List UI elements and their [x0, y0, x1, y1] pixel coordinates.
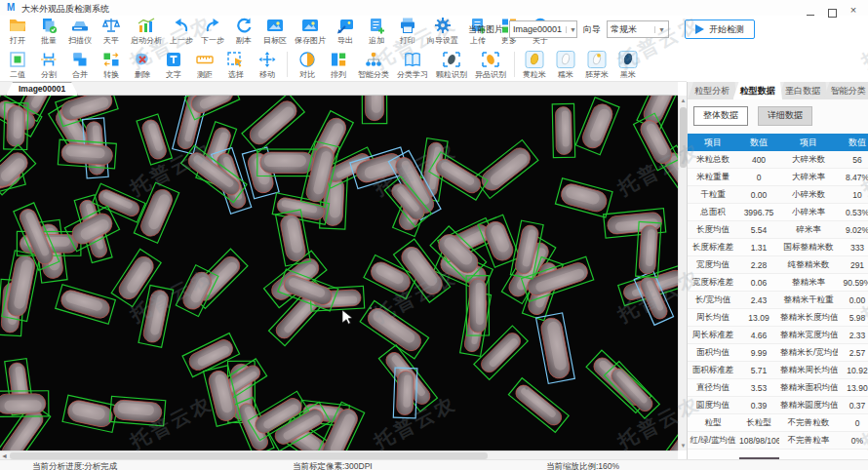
tool-label: 黄粒米: [523, 69, 546, 80]
table-cell: 小碎米数: [779, 186, 838, 204]
table-cell: 宽度均值: [688, 256, 738, 274]
table-cell: 0: [738, 169, 779, 186]
tool-next[interactable]: 下一步: [197, 16, 228, 47]
tool-contrast[interactable]: 对比: [292, 50, 323, 81]
table-cell: 291: [838, 256, 868, 274]
tool-convert[interactable]: 转换: [96, 50, 127, 81]
ricegerm-icon: [587, 51, 607, 68]
gear-icon: [433, 17, 453, 34]
toolbar-separator: [287, 52, 288, 77]
tool-merge[interactable]: 合并: [64, 50, 96, 81]
table-cell: 长粒型: [738, 414, 779, 432]
tool-scanner[interactable]: 扫描仪: [64, 16, 96, 47]
target-icon: [265, 17, 285, 34]
table-cell: 圆度均值: [688, 397, 738, 414]
start-detect-button[interactable]: 开始检测: [685, 20, 755, 39]
statusbar: 当前分析进度:分析完成 当前标定像素:300DPI 当前缩放比例:160%: [0, 459, 868, 470]
tool-smart[interactable]: 智能分类: [354, 50, 393, 81]
table-cell: 整精米面积均值: [779, 379, 838, 397]
watermark: 托普云农: [857, 10, 868, 75]
tool-export[interactable]: 导出: [330, 16, 361, 47]
tool-saveimg[interactable]: 保存图片: [291, 16, 330, 47]
table-cell: 3.53: [738, 379, 779, 397]
tool-open[interactable]: 打开: [2, 16, 33, 47]
table-row: 面积标准差5.71整精米周长均值10.92: [688, 362, 868, 379]
panel-tab-2[interactable]: 垩白数据: [778, 82, 828, 99]
tool-foreignrec[interactable]: 异品识别: [471, 50, 510, 81]
table-cell: 13.09: [738, 309, 779, 327]
tool-gear[interactable]: 向导设置: [423, 16, 462, 47]
table-header: 数值: [738, 134, 779, 151]
tool-move[interactable]: 移动: [252, 50, 283, 81]
tool-split[interactable]: 分割: [33, 50, 64, 81]
tool-measure[interactable]: 测距: [189, 50, 220, 81]
tool-label: 保存图片: [295, 35, 326, 46]
panel-buttons: 整体数据详细数据: [688, 99, 868, 132]
maximize-button[interactable]: [825, 4, 839, 16]
tool-select[interactable]: 选择: [220, 50, 252, 81]
tool-ricewhite[interactable]: 糯米: [550, 50, 581, 81]
image-tab[interactable]: Image00001: [6, 82, 78, 96]
analysis-icon: [137, 17, 156, 34]
table-cell: 大碎米率: [779, 169, 838, 186]
tool-riceyellow[interactable]: 黄粒米: [519, 50, 550, 81]
tool-prev[interactable]: 上一步: [166, 16, 197, 47]
status-progress: 当前分析进度:分析完成: [32, 461, 117, 470]
panel-button-1[interactable]: 详细数据: [758, 106, 812, 126]
tool-target[interactable]: 目标区: [259, 16, 291, 47]
tool-label: 选择: [228, 69, 244, 80]
table-row: 宽度均值2.28纯整精米数291: [688, 256, 868, 274]
panel-tab-3[interactable]: 智能分类: [824, 82, 868, 99]
table-cell: 周长均值: [688, 309, 738, 327]
wizard-select[interactable]: 常规米▼: [607, 20, 669, 38]
table-cell: 整精米率: [779, 274, 838, 292]
tool-label: 分类学习: [397, 69, 428, 80]
tool-print[interactable]: 打印: [392, 16, 423, 47]
panel-button-0[interactable]: 整体数据: [693, 106, 748, 126]
table-cell: 0.37: [838, 397, 868, 414]
move-icon: [257, 51, 277, 68]
tool-copy[interactable]: 副本: [228, 16, 259, 47]
table-cell: 2.33: [838, 327, 868, 344]
tool-batch[interactable]: 批量: [33, 16, 64, 47]
tool-arrange[interactable]: 排列: [323, 50, 354, 81]
tool-label: 批量: [41, 35, 57, 46]
table-row: 宽度标准差0.06整精米率90.59%: [688, 274, 868, 292]
tool-balance[interactable]: 天平: [96, 16, 127, 47]
merge-icon: [70, 51, 90, 68]
image-canvas[interactable]: [0, 96, 678, 450]
table-cell: 整精米圆度均值: [779, 397, 838, 414]
horizontal-scroll-thumb[interactable]: [10, 452, 488, 459]
vertical-scroll-thumb[interactable]: [680, 107, 687, 168]
riceyellow-icon: [525, 51, 544, 68]
tool-learn[interactable]: 分类学习: [393, 50, 432, 81]
panel-tab-1[interactable]: 粒型数据: [733, 82, 783, 99]
tool-label: 分割: [41, 69, 57, 80]
table-header: 数值: [838, 134, 868, 151]
panel-tab-0[interactable]: 粒型分析: [688, 82, 737, 99]
grainrec-icon: [442, 51, 461, 68]
tool-label: 下一步: [201, 35, 224, 46]
tool-analysis[interactable]: 启动分析: [127, 16, 166, 47]
minimize-button[interactable]: [804, 4, 817, 16]
riceblack-icon: [618, 51, 638, 68]
table-row: 红/绿/蓝均值108/98/106不完善粒率0%: [688, 432, 868, 450]
tool-binary[interactable]: 二值: [2, 50, 33, 81]
ricewhite-icon: [556, 51, 575, 68]
table-row: 总面积3996.75小碎米率0.53%: [688, 204, 868, 221]
tool-append[interactable]: 追加: [361, 16, 392, 47]
tool-ricegerm[interactable]: 胚芽米: [581, 50, 612, 81]
tool-riceblack[interactable]: 黑米: [612, 50, 644, 81]
close-button[interactable]: ×: [847, 4, 860, 16]
app-title: 大米外观品质检测系统: [21, 3, 109, 16]
select-icon: [226, 51, 246, 68]
table-cell: 总面积: [688, 204, 738, 221]
tool-grainrec[interactable]: 颗粒识别: [432, 50, 471, 81]
image-tabstrip: Image00001: [0, 82, 678, 96]
tool-text[interactable]: 文字: [158, 50, 189, 81]
tool-del[interactable]: 删除: [127, 50, 158, 81]
table-cell: 0.39: [738, 397, 779, 414]
table-cell: 9.99: [738, 344, 779, 362]
current-image-select[interactable]: Image00001▼: [509, 20, 577, 38]
batch-icon: [39, 17, 59, 34]
